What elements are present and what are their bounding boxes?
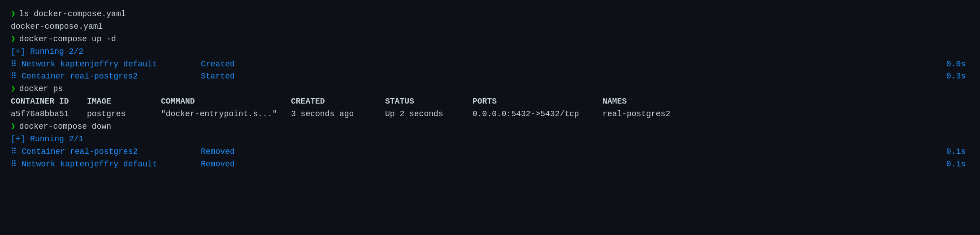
command-text-compose-up: docker-compose up -d <box>19 33 116 46</box>
timing-container-started: 0.3s <box>946 70 969 83</box>
running-up-text: [+] Running 2/2 <box>11 46 83 58</box>
header-created: CREATED <box>291 96 385 108</box>
compose-container-removed-label: Container real-postgres2 <box>22 146 201 158</box>
ls-result-text: docker-compose.yaml <box>11 21 103 33</box>
running-down-text: [+] Running 2/1 <box>11 133 83 146</box>
bullet-icon-2: ⠿ <box>11 70 20 83</box>
bullet-icon-3: ⠿ <box>11 146 20 158</box>
cell-ports: 0.0.0.0:5432->5432/tcp <box>473 108 603 121</box>
table-data-row: a5f76a8bba51 postgres "docker-entrypoint… <box>11 108 969 121</box>
timing-network-created: 0.0s <box>946 58 969 71</box>
compose-container-removed-status: Removed <box>201 146 255 158</box>
compose-network-status: Created <box>201 58 255 71</box>
compose-network-label: Network kaptenjeffry_default <box>22 58 201 71</box>
output-running-down: [+] Running 2/1 <box>11 133 969 146</box>
header-container-id: CONTAINER ID <box>11 96 87 108</box>
command-line-compose-down: ❯ docker-compose down <box>11 121 969 133</box>
header-names: NAMES <box>603 96 627 108</box>
output-running-up: [+] Running 2/2 <box>11 46 969 58</box>
cell-names: real-postgres2 <box>603 108 670 121</box>
compose-network-removed-label: Network kaptenjeffry_default <box>22 158 201 171</box>
header-ports: PORTS <box>473 96 603 108</box>
prompt-arrow-3: ❯ <box>11 83 16 96</box>
command-text-compose-down: docker-compose down <box>19 121 111 133</box>
command-text-docker-ps: docker ps <box>19 83 63 96</box>
bullet-icon-1: ⠿ <box>11 58 20 71</box>
prompt-arrow-2: ❯ <box>11 33 16 46</box>
compose-item-network-created: ⠿ Network kaptenjeffry_default Created 0… <box>11 58 969 71</box>
compose-network-removed-status: Removed <box>201 158 255 171</box>
table-header-row: CONTAINER ID IMAGE COMMAND CREATED STATU… <box>11 96 969 108</box>
cell-command: "docker-entrypoint.s..." <box>161 108 291 121</box>
timing-network-removed: 0.1s <box>946 158 969 171</box>
command-text-ls: ls docker-compose.yaml <box>19 8 126 21</box>
output-ls-result: docker-compose.yaml <box>11 21 969 33</box>
header-status: STATUS <box>385 96 473 108</box>
command-line-docker-ps: ❯ docker ps <box>11 83 969 96</box>
cell-status: Up 2 seconds <box>385 108 473 121</box>
cell-image: postgres <box>87 108 161 121</box>
header-command: COMMAND <box>161 96 291 108</box>
compose-item-network-removed: ⠿ Network kaptenjeffry_default Removed 0… <box>11 158 969 171</box>
bullet-icon-4: ⠿ <box>11 158 20 171</box>
command-line-ls: ❯ ls docker-compose.yaml <box>11 8 969 21</box>
cell-container-id: a5f76a8bba51 <box>11 108 87 121</box>
compose-item-container-started: ⠿ Container real-postgres2 Started 0.3s <box>11 70 969 83</box>
command-line-compose-up: ❯ docker-compose up -d <box>11 33 969 46</box>
timing-container-removed: 0.1s <box>946 146 969 158</box>
prompt-arrow-1: ❯ <box>11 8 16 21</box>
compose-container-label: Container real-postgres2 <box>22 70 201 83</box>
compose-item-container-removed: ⠿ Container real-postgres2 Removed 0.1s <box>11 146 969 158</box>
terminal-container: ❯ ls docker-compose.yaml docker-compose.… <box>11 8 969 171</box>
compose-container-status: Started <box>201 70 255 83</box>
cell-created: 3 seconds ago <box>291 108 385 121</box>
prompt-arrow-4: ❯ <box>11 121 16 133</box>
header-image: IMAGE <box>87 96 161 108</box>
